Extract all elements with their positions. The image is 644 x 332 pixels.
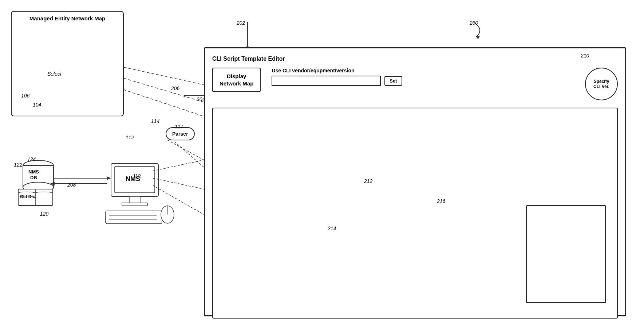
svg-line-62 [167, 140, 204, 160]
svg-line-33 [124, 67, 215, 87]
label-202: 202 [237, 20, 245, 26]
label-122: 122 [14, 162, 22, 168]
nms-db-label: NMS DB [28, 169, 39, 180]
cli-editor-title: CLI Script Template Editor [212, 56, 618, 62]
svg-rect-43 [106, 211, 162, 224]
svg-point-46 [161, 206, 174, 223]
svg-marker-38 [475, 36, 480, 39]
display-network-map-button[interactable]: Display Network Map [212, 68, 261, 92]
specify-cli-ver-label: Specify CLI Ver. [593, 79, 609, 89]
specify-cli-ver-circle: Specify CLI Ver. [585, 68, 618, 100]
cli-dic-label: CLI Dic. [20, 194, 36, 199]
parser-label: Parser [172, 131, 188, 137]
label-102: 102 [133, 173, 141, 179]
label-120: 120 [40, 211, 48, 217]
svg-marker-58 [50, 182, 55, 185]
cli-version-input[interactable] [272, 76, 381, 86]
label-112: 112 [126, 135, 134, 140]
label-124: 124 [27, 156, 36, 162]
label-210: 210 [581, 53, 589, 59]
label-212: 212 [364, 178, 372, 184]
cli-editor-toolbar: Display Network Map Use CLI vendor/equpm… [212, 68, 618, 100]
network-map-box: Managed Entity Network Map [11, 11, 124, 116]
label-106: 106 [21, 93, 29, 99]
label-200: 200 [470, 20, 478, 26]
svg-rect-42 [122, 203, 147, 206]
label-216: 216 [437, 198, 445, 204]
popup-box-216 [526, 205, 606, 303]
set-button[interactable]: Set [384, 76, 402, 86]
svg-marker-56 [107, 176, 111, 180]
script-content-area [212, 108, 618, 319]
cli-version-label: Use CLI vendor/equpment/version [272, 68, 574, 73]
svg-line-63 [175, 142, 204, 167]
cli-version-area: Use CLI vendor/equpment/version Set [272, 68, 574, 86]
cli-editor-box: CLI Script Template Editor Display Netwo… [204, 47, 626, 316]
svg-rect-41 [129, 196, 140, 204]
select-label: Select [47, 71, 62, 77]
svg-line-61 [153, 185, 204, 215]
diagram-container: Managed Entity Network Map Select 106 10… [0, 0, 644, 332]
label-104: 104 [33, 102, 41, 108]
network-map-title: Managed Entity Network Map [15, 15, 119, 21]
label-206: 206 [171, 85, 179, 91]
label-208: 208 [67, 182, 76, 188]
svg-line-60 [153, 178, 204, 189]
svg-line-59 [153, 160, 204, 171]
label-117: 117 [175, 124, 183, 129]
label-214: 214 [328, 225, 336, 231]
cli-version-row: Set [272, 76, 574, 86]
label-114: 114 [151, 118, 159, 124]
svg-point-50 [23, 182, 54, 192]
